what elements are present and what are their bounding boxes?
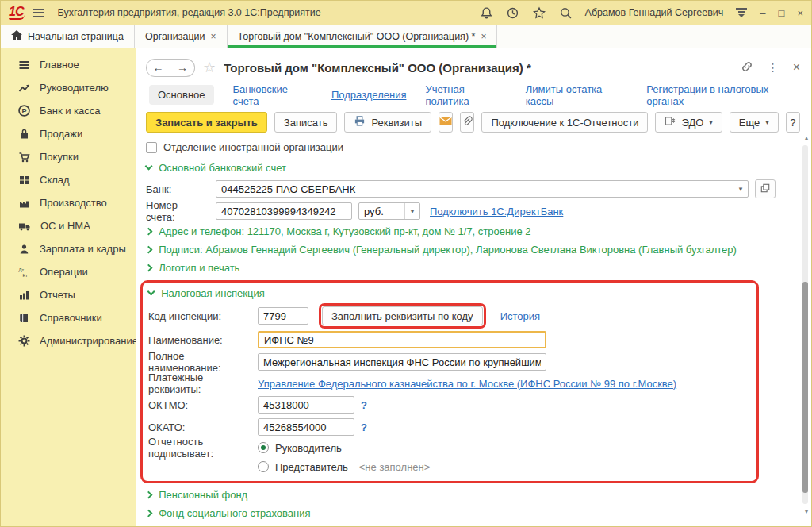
get-link-icon[interactable] xyxy=(741,60,753,75)
sidebar-item-spravochniki[interactable]: Справочники xyxy=(1,306,136,329)
bank-section-header[interactable]: Основной банковский счет xyxy=(146,158,800,178)
dt-kt-icon: ДтКт xyxy=(18,267,30,278)
sidebar-item-prodazhi[interactable]: Продажи xyxy=(1,122,136,145)
inspection-name-label: Наименование: xyxy=(148,334,251,346)
tab-organization-card[interactable]: Торговый дом "Комплексный" ООО (Организа… xyxy=(228,25,498,48)
scrollbar-down-arrow[interactable]: ▾ xyxy=(805,508,808,515)
close-form-icon[interactable]: × xyxy=(793,60,800,75)
sidebar-item-glavnoe[interactable]: Главное xyxy=(1,53,136,76)
more-menu-icon[interactable]: ⋮ xyxy=(768,61,779,74)
sidebar-item-operatsii[interactable]: ДтКт Операции xyxy=(1,260,136,283)
sidebar-item-sklad[interactable]: Склад xyxy=(1,168,136,191)
inspection-name-row: Наименование: xyxy=(148,329,750,351)
dropdown-arrow-icon[interactable]: ▾ xyxy=(404,203,419,219)
maximize-button[interactable]: □ xyxy=(779,8,785,18)
radio-rukovoditel[interactable] xyxy=(258,442,269,453)
pension-fund-section-header[interactable]: Пенсионный фонд xyxy=(146,486,800,504)
attachments-button[interactable] xyxy=(460,112,474,133)
minimize-button[interactable]: – xyxy=(760,8,765,18)
account-number-input[interactable] xyxy=(216,202,352,220)
fill-button-annotation-box: Заполнить реквизиты по коду xyxy=(319,303,486,329)
logo-stamp-section-header[interactable]: Логотип и печать xyxy=(146,259,800,277)
sidebar-item-proizvodstvo[interactable]: Производство xyxy=(1,191,136,214)
favorite-star-icon[interactable]: ☆ xyxy=(203,59,216,76)
okato-input[interactable] xyxy=(258,418,354,436)
help-button[interactable]: ? xyxy=(786,112,800,133)
tab-close-icon[interactable]: × xyxy=(211,31,216,42)
scrollbar-thumb[interactable] xyxy=(802,282,808,493)
forward-button[interactable]: → xyxy=(170,59,195,77)
history-icon[interactable] xyxy=(506,6,519,20)
sidebar-item-pokupki[interactable]: Покупки xyxy=(1,145,136,168)
connect-1c-reporting-button[interactable]: Подключение к 1С-Отчетности xyxy=(481,112,648,133)
radio-predstavitel[interactable] xyxy=(258,461,269,472)
scrollbar-up-arrow[interactable]: ▴ xyxy=(805,134,808,141)
service-menu-icon[interactable] xyxy=(736,8,747,17)
svg-text:Р: Р xyxy=(21,107,26,115)
payment-requisites-label: Платежные реквизиты: xyxy=(148,371,251,395)
sidebar-item-os-i-nma[interactable]: ОС и НМА xyxy=(1,214,136,237)
oktmo-label: ОКТМО: xyxy=(148,399,251,411)
bank-input[interactable] xyxy=(216,181,733,197)
inspection-full-name-row: Полное наименование: xyxy=(148,351,750,373)
chevron-collapsed-icon xyxy=(145,227,153,235)
sidebar-item-rukovoditelyu[interactable]: Руководителю xyxy=(1,76,136,99)
directbank-link[interactable]: Подключить 1С:ДиректБанк xyxy=(430,206,563,217)
inspection-name-input[interactable] xyxy=(258,331,546,348)
save-button[interactable]: Записать xyxy=(274,112,338,133)
inspection-code-input[interactable] xyxy=(258,307,308,325)
oktmo-hint-icon[interactable]: ? xyxy=(361,399,367,411)
send-email-button[interactable] xyxy=(439,112,453,133)
home-icon xyxy=(11,30,22,43)
back-button[interactable]: ← xyxy=(146,59,170,77)
radio-rukovoditel-label: Руководитель xyxy=(275,442,342,454)
currency-input[interactable] xyxy=(359,203,404,219)
fill-requisites-button[interactable]: Заполнить реквизиты по коду xyxy=(322,306,483,325)
chevron-collapsed-icon xyxy=(145,245,153,253)
oktmo-input[interactable] xyxy=(258,396,354,414)
inspection-full-name-input[interactable] xyxy=(258,353,546,371)
nav-tab-uchetnaya-politika[interactable]: Учетная политика xyxy=(425,83,506,107)
favorites-star-icon[interactable] xyxy=(532,6,546,20)
sidebar-item-otchety[interactable]: Отчеты xyxy=(1,283,136,306)
oktmo-row: ОКТМО: ? xyxy=(148,394,750,416)
requisites-button[interactable]: Реквизиты xyxy=(344,112,431,133)
signer-label: Отчетность подписывает: xyxy=(148,436,251,460)
tab-close-icon[interactable]: × xyxy=(481,31,486,42)
dropdown-arrow-icon[interactable]: ▾ xyxy=(733,181,748,197)
gear-icon xyxy=(18,335,30,347)
close-window-button[interactable]: × xyxy=(797,8,803,18)
open-bank-button[interactable] xyxy=(755,179,776,198)
nav-tab-podrazdeleniya[interactable]: Подразделения xyxy=(331,89,407,101)
nav-tab-bankovskie-scheta[interactable]: Банковские счета xyxy=(233,83,312,107)
sidebar-item-zarplata-i-kadry[interactable]: Зарплата и кадры xyxy=(1,237,136,260)
nav-tab-osnovnoe[interactable]: Основное xyxy=(149,85,214,105)
tab-home[interactable]: Начальная страница xyxy=(1,25,135,48)
tab-organizations[interactable]: Организации × xyxy=(135,25,228,48)
tax-section-header[interactable]: Налоговая инспекция xyxy=(148,283,750,303)
chevron-collapsed-icon xyxy=(145,264,153,271)
main-menu-icon[interactable] xyxy=(33,9,44,17)
nav-tab-registratsii[interactable]: Регистрации в налоговых органах xyxy=(646,83,800,107)
nav-tab-limity-ostatka-kassy[interactable]: Лимиты остатка кассы xyxy=(526,83,627,107)
notifications-bell-icon[interactable] xyxy=(480,6,493,20)
search-icon[interactable] xyxy=(559,6,573,20)
signatures-section-header[interactable]: Подписи: Абрамов Геннадий Сергеевич (Ген… xyxy=(146,240,800,259)
menu-icon xyxy=(18,60,30,71)
more-actions-button[interactable]: Еще ▾ xyxy=(730,112,779,133)
current-user[interactable]: Абрамов Геннадий Сергеевич xyxy=(585,7,724,18)
chevron-collapsed-icon xyxy=(145,509,153,517)
address-section-header[interactable]: Адрес и телефон: 121170, Москва г, Кутуз… xyxy=(146,222,800,240)
foreign-branch-checkbox[interactable] xyxy=(146,142,157,153)
sidebar-item-bank-i-kassa[interactable]: Р Банк и касса xyxy=(1,99,136,122)
history-link[interactable]: История xyxy=(500,310,540,322)
save-and-close-button[interactable]: Записать и закрыть xyxy=(146,112,267,133)
bag-icon xyxy=(18,129,30,140)
social-insurance-section-header[interactable]: Фонд социального страхования xyxy=(146,504,800,522)
form-header: ← → ☆ Торговый дом "Комплексный" ООО (Ор… xyxy=(146,53,800,82)
okato-hint-icon[interactable]: ? xyxy=(361,421,367,433)
sidebar-item-administrirovanie[interactable]: Администрирование xyxy=(1,329,136,352)
statistics-codes-section-header[interactable]: Коды статистики: ОКОПФ 12300, ОКФС 16, О… xyxy=(146,522,800,526)
edo-button[interactable]: ЭДО ▾ xyxy=(655,112,722,133)
payment-requisites-link[interactable]: Управление Федерального казначейства по … xyxy=(258,378,676,390)
